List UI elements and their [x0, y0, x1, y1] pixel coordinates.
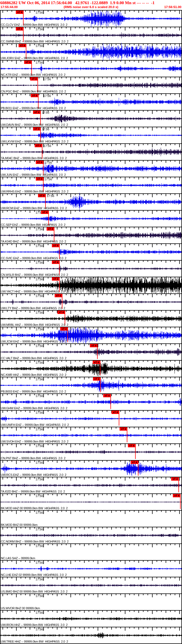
- trace-row[interactable]: 17:56BK.MOD BHZ 00 99999.0km: [0, 510, 182, 527]
- phase-pick-flag[interactable]: xT 4: [24, 61, 32, 64]
- minute-tick-label: 17:56: [36, 544, 43, 548]
- phase-pick-flag[interactable]: xT 4: [55, 294, 62, 297]
- phase-pick-line[interactable]: [100, 381, 101, 392]
- minute-tick-label: 17:56: [42, 128, 49, 131]
- trace-row[interactable]: 17:56xT 4UW.JUN EHZ -- 99999.0km BW HIGH…: [0, 160, 182, 177]
- trace-row[interactable]: 17:56xT 4CC.VALT BHZ -- 99999.0km BW HIG…: [0, 343, 182, 360]
- trace-row[interactable]: 17:56xT 4CN.PGC BHZ -- 99999.0km BW HIGH…: [0, 77, 182, 93]
- phase-pick-flag[interactable]: xT 4: [38, 194, 46, 197]
- trace-area: 17:56xT 4CC.CLCV EHZ -- 99999.0km BW HIG…: [0, 0, 182, 644]
- trace-row[interactable]: 17:56NC.LHE EHZ 02 99999.0km BW HIGHPASS…: [0, 560, 182, 577]
- phase-pick-flag[interactable]: xT 4: [52, 244, 60, 247]
- trace-row[interactable]: 17:56xT 4CC.CLCV EHZ -- 99999.0km BW HIG…: [0, 10, 182, 27]
- phase-pick-flag[interactable]: xT 4: [31, 94, 39, 97]
- phase-pick-line[interactable]: [135, 447, 136, 459]
- phase-pick-flag[interactable]: xT 4: [36, 161, 44, 164]
- phase-pick-flag[interactable]: xT 4: [35, 144, 42, 147]
- phase-pick-flag[interactable]: xT 4: [33, 111, 41, 114]
- trace-row[interactable]: 17:56xT 4UW.JCW EHZ -- 99999.0km BW HIGH…: [0, 327, 182, 343]
- trace-row[interactable]: 17:56xT 4UW.MRBL HHZ -- 99999.0km BW HIG…: [0, 310, 182, 327]
- minute-tick-label: 17:56: [36, 478, 43, 481]
- phase-pick-flag[interactable]: xT 4: [128, 444, 136, 447]
- trace-row[interactable]: 17:56xT 4CN.PNT BHZ -- 99999.0km BW HIGH…: [0, 443, 182, 460]
- trace-row[interactable]: 17:56xT 4BK.MOD HHZ 00 99999.0km BW HIGH…: [0, 493, 182, 510]
- trace-row[interactable]: 17:56xT 4PB.B003 EHZ -- 99999.0km BW HIG…: [0, 377, 182, 393]
- trace-row[interactable]: 17:56xT 4UW.RRHS EHZ -- 99999.0km BW HIG…: [0, 177, 182, 193]
- phase-pick-flag[interactable]: xT 4: [120, 427, 127, 431]
- trace-row[interactable]: 17:56xT 4UW.RCS EHZ -- 99999.0km BW HIGH…: [0, 460, 182, 477]
- minute-tick-label: 17:56: [36, 244, 43, 248]
- trace-row[interactable]: 17:56xT 4CC.SVIC EHZ -- 99999.0km BW HIG…: [0, 243, 182, 260]
- trace-row[interactable]: 17:56xT 4PB.B011 EHZ -- 99999.0km BW HIG…: [0, 93, 182, 110]
- phase-pick-line[interactable]: [127, 431, 127, 442]
- phase-pick-flag[interactable]: xT 4: [30, 77, 38, 81]
- trace-row[interactable]: 17:56xT 4UW.YACT HHZ -- 99999.0km BW HIG…: [0, 277, 182, 293]
- phase-pick-flag[interactable]: xT 4: [112, 411, 119, 414]
- phase-pick-line[interactable]: [138, 464, 138, 476]
- phase-pick-flag[interactable]: xT 4: [90, 344, 98, 347]
- phase-pick-line[interactable]: [180, 497, 181, 509]
- trace-row[interactable]: 17:56xT 4UW.DAVN BHZ -- 99999.0km BW HIG…: [0, 110, 182, 127]
- phase-pick-line[interactable]: [178, 481, 179, 492]
- phase-pick-flag[interactable]: xT 4: [52, 277, 60, 281]
- trace-row[interactable]: 17:56xT 4TA.K04D BHZ -- 99999.0km BW HIG…: [0, 227, 182, 243]
- station-label: BK.MOD BHZ 00 99999.0km: [1, 523, 37, 526]
- phase-pick-flag[interactable]: xT 4: [16, 27, 24, 31]
- phase-pick-flag[interactable]: xT 4: [93, 377, 101, 381]
- trace-row[interactable]: 17:56CC.NORM BHZ -- 99999.0km BW HIGHPAS…: [0, 527, 182, 543]
- phase-pick-flag[interactable]: xT 4: [52, 261, 60, 264]
- phase-pick-flag[interactable]: xT 4: [33, 127, 41, 131]
- trace-row[interactable]: 17:56xT 4UW.LKVW EHZ -- 99999.0km BW HIG…: [0, 127, 182, 143]
- phase-pick-flag[interactable]: xT 4: [93, 361, 100, 364]
- phase-pick-flag[interactable]: xT 4: [171, 477, 179, 481]
- phase-pick-line[interactable]: [97, 347, 98, 359]
- station-label: UW.LKVW EHZ -- 99999.0km BW HIGHPASS 2.0…: [1, 140, 68, 143]
- station-label: UW.TREE HHZ -- 99999.0km BW HIGHPASS 2.0…: [1, 640, 68, 643]
- minute-tick-label: 17:56: [36, 311, 43, 314]
- trace-row[interactable]: 17:56xT 4NC.KMR HHZ -- 99999.0km BW HIGH…: [0, 360, 182, 377]
- phase-pick-line[interactable]: [100, 364, 100, 376]
- minute-tick-label: 17:56: [36, 278, 43, 281]
- station-label: UW.UWFH EHZ -- 99999.0km BW HIGHPASS 2.0…: [1, 423, 69, 426]
- trace-row[interactable]: 17:56UW.TREE HHZ -- 99999.0km BW HIGHPAS…: [0, 627, 182, 643]
- trace-row[interactable]: 17:56xT 4CC.SWNB BHZ -- 99999.0km BW HIG…: [0, 27, 182, 43]
- phase-pick-flag[interactable]: xT 4: [47, 227, 54, 231]
- minute-tick-label: 17:56: [43, 78, 51, 81]
- trace-row[interactable]: 17:56xT 4CC.SEP EHZ -- 99999.0km BW HIGH…: [0, 210, 182, 227]
- station-label: CN.PNT BHZ -- 99999.0km BW HIGHPASS 2.0 …: [1, 456, 65, 460]
- phase-pick-line[interactable]: [110, 397, 111, 409]
- phase-pick-flag[interactable]: xT 4: [19, 44, 26, 47]
- phase-pick-flag[interactable]: xT 4: [131, 461, 138, 464]
- phase-pick-flag[interactable]: xT 4: [60, 327, 68, 331]
- trace-row[interactable]: 17:56xT 4UW.GHW EHZ -- 99999.0km BW HIGH…: [0, 393, 182, 410]
- trace-row[interactable]: 17:56xT 4TA.I02D BHZ -- 99999.0km BW HIG…: [0, 477, 182, 493]
- trace-row[interactable]: 17:56UW.IRON HHZ -- 99999.0km BW HIGHPAS…: [0, 610, 182, 627]
- phase-pick-flag[interactable]: xT 4: [103, 394, 111, 397]
- station-label: TA.M04C BHZ -- 99999.0km BW HIGHPASS 2.0…: [1, 156, 67, 160]
- station-label: CC.SWNB BHZ -- 99999.0km BW HIGHPASS 2.0…: [1, 40, 68, 43]
- trace-row[interactable]: 17:56xT 4UW.RCM EHZ -- 99999.0km BW HIGH…: [0, 193, 182, 210]
- station-label: NC.KTR EHZ -- 99999.0km BW HIGHPASS 2.0 …: [1, 73, 65, 76]
- phase-pick-line[interactable]: [119, 414, 119, 426]
- trace-row[interactable]: 17:56xT 4NC.KTR EHZ -- 99999.0km BW HIGH…: [0, 60, 182, 77]
- phase-pick-flag[interactable]: xT 4: [41, 211, 49, 214]
- minute-tick-label: 17:56: [36, 594, 43, 598]
- trace-row[interactable]: 17:56xT 4UW.SVOH EHZ -- 99999.0km BW HIG…: [0, 427, 182, 443]
- phase-pick-flag[interactable]: xT 4: [36, 177, 44, 181]
- phase-pick-flag[interactable]: xT 4: [173, 494, 181, 497]
- minute-tick-label: 17:56: [36, 494, 43, 498]
- minute-tick-label: 17:56: [36, 511, 43, 514]
- phase-pick-flag[interactable]: xT 4: [57, 311, 65, 314]
- station-label: UW.SVOH EHZ -- 99999.0km BW HIGHPASS 2.0…: [1, 440, 68, 443]
- trace-row[interactable]: 17:56xT 4CN.WSLR BHZ -- 99999.0km BW HIG…: [0, 260, 182, 277]
- trace-row[interactable]: 17:56xT 4UW.JORV EHZ -- 99999.0km BW HIG…: [0, 43, 182, 60]
- trace-row[interactable]: 17:56NC.LAS SHZ -- 99999.0km: [0, 543, 182, 560]
- trace-row[interactable]: 17:56xT 4UW.LTY BHZ -- 99999.0km BW HIGH…: [0, 293, 182, 310]
- trace-row[interactable]: 17:56US.BMO BHZ 00 99999.0km BW HIGHPASS…: [0, 577, 182, 593]
- phase-pick-line[interactable]: [67, 331, 68, 342]
- trace-row[interactable]: 17:56xT 4TA.M04C BHZ -- 99999.0km BW HIG…: [0, 143, 182, 160]
- trace-row[interactable]: 17:56US.WVOR BHZ 00 99999.0km: [0, 593, 182, 610]
- phase-pick-flag[interactable]: xT 4: [16, 11, 24, 14]
- minute-tick-label: 17:56: [36, 428, 43, 431]
- trace-row[interactable]: 17:56xT 4UW.UWFH EHZ -- 99999.0km BW HIG…: [0, 410, 182, 427]
